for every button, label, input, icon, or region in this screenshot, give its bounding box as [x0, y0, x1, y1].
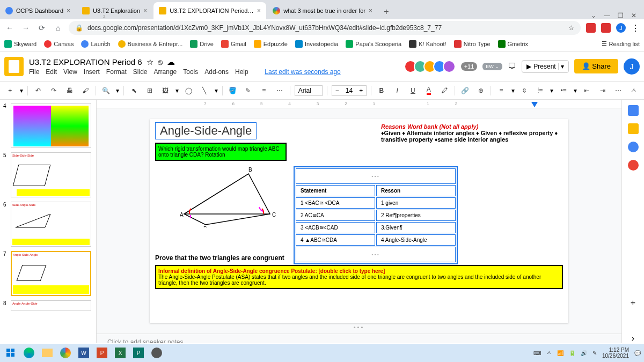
menu-view[interactable]: View — [63, 68, 77, 76]
present-button[interactable]: ▶ Present ▾ — [522, 60, 568, 73]
bookmark[interactable]: Papa's Scooperia — [346, 40, 401, 48]
link-button[interactable]: 🔗 — [459, 85, 471, 97]
slide[interactable]: Angle-Side-Angle Which rigid transformat… — [150, 119, 568, 323]
start-button[interactable] — [3, 345, 18, 360]
proof-table[interactable]: ⋯ StatementResson 1 <BAC≅ <DCA1 given 2 … — [294, 166, 458, 264]
tray-chevron-icon[interactable]: ㅅ — [546, 349, 552, 357]
align-button[interactable]: ≡ — [495, 85, 507, 97]
slide-thumbnail-active[interactable]: Angle-Side-Angle — [11, 251, 91, 296]
undo-button[interactable]: ↶ — [32, 85, 43, 97]
browser-tab[interactable]: U3.T2 Exploration× — [77, 2, 152, 19]
chevron-down-icon[interactable]: ⌄ — [591, 12, 596, 19]
slide-thumbnail[interactable]: Side-Angle-Side — [11, 202, 91, 247]
paint-format-button[interactable]: 🖌 — [79, 85, 91, 97]
menu-slide[interactable]: Slide — [133, 68, 148, 76]
border-color-button[interactable]: ✎ — [243, 85, 254, 97]
menu-edit[interactable]: Edit — [46, 68, 57, 76]
bookmark[interactable]: Canvas — [44, 40, 74, 48]
close-icon[interactable]: × — [369, 7, 372, 14]
bookmark[interactable]: Investopedia — [295, 40, 338, 48]
comment-button[interactable]: ⊕ — [475, 85, 486, 97]
bookmark[interactable]: Nitro Type — [454, 40, 491, 48]
collaborator-avatars[interactable] — [407, 60, 456, 73]
publisher-icon[interactable]: P — [131, 345, 146, 360]
new-slide-button[interactable]: + — [4, 85, 16, 97]
minimize-icon[interactable]: — — [604, 12, 610, 19]
menu-tools[interactable]: Tools — [183, 68, 198, 76]
border-dash-button[interactable]: ⋯ — [274, 85, 285, 97]
browser-tab-active[interactable]: U3.T2 EXPLORATION Period 6 - G× — [153, 2, 266, 19]
maximize-icon[interactable]: ❐ — [618, 12, 624, 19]
back-button[interactable]: ← — [4, 24, 15, 32]
calendar-icon[interactable] — [628, 105, 639, 116]
tray-wifi-icon[interactable]: 📶 — [557, 350, 564, 356]
home-button[interactable]: ⌂ — [53, 24, 63, 32]
highlight-button[interactable]: 🖍 — [438, 85, 450, 97]
account-avatar[interactable]: J — [624, 58, 640, 75]
extension-icon[interactable] — [586, 23, 596, 33]
app-icon[interactable] — [149, 345, 164, 360]
comments-icon[interactable]: 🗨 — [508, 62, 516, 71]
menu-help[interactable]: Help — [235, 68, 248, 76]
more-button[interactable]: ⋯ — [612, 85, 624, 97]
line-spacing-button[interactable]: ⇳ — [519, 85, 530, 97]
indent-more-button[interactable]: ⇥ — [597, 85, 608, 97]
collapse-toolbar-button[interactable]: ㅅ — [628, 85, 640, 97]
chrome-icon[interactable] — [58, 345, 73, 360]
informal-definition-box[interactable]: Informal definition of Angle-Side-Angle … — [155, 265, 563, 289]
star-icon[interactable]: ☆ — [568, 24, 574, 32]
star-icon[interactable]: ☆ — [147, 57, 153, 67]
close-icon[interactable]: × — [257, 7, 261, 14]
line-tool[interactable]: ╲ — [199, 85, 210, 97]
reload-button[interactable]: ⟳ — [36, 24, 47, 32]
close-icon[interactable]: ✕ — [631, 12, 636, 19]
bold-button[interactable]: B — [376, 85, 387, 97]
indent-less-button[interactable]: ⇤ — [581, 85, 592, 97]
menu-addons[interactable]: Add-ons — [204, 68, 229, 76]
edge-icon[interactable] — [21, 345, 36, 360]
more-collaborators[interactable]: +11 — [461, 62, 478, 71]
bulleted-list-button[interactable]: •≡ — [558, 85, 569, 97]
browser-tab[interactable]: OCPS Dashboard× — [0, 2, 76, 19]
url-input[interactable]: 🔒docs.google.com/presentation/d/1XcZvm0_… — [69, 21, 581, 35]
move-icon[interactable]: ⎋ — [158, 57, 163, 67]
image-tool[interactable]: 🖼 — [160, 85, 171, 97]
menu-file[interactable]: File — [29, 68, 39, 76]
text-color-button[interactable]: A — [423, 85, 434, 97]
close-icon[interactable]: × — [67, 7, 70, 14]
slides-logo-icon[interactable] — [4, 57, 24, 76]
tray-battery-icon[interactable]: 🔋 — [569, 350, 575, 356]
border-weight-button[interactable]: ≡ — [258, 85, 269, 97]
bookmark[interactable]: Skyward — [4, 40, 36, 48]
ruler-indent-marker[interactable] — [531, 102, 538, 107]
underline-button[interactable]: U — [407, 85, 419, 97]
add-panel-button[interactable]: + — [631, 298, 635, 308]
bookmark[interactable]: Business & Entrepr... — [118, 40, 183, 48]
tray-volume-icon[interactable]: 🔊 — [581, 350, 587, 356]
tray-pen-icon[interactable]: ✎ — [592, 350, 597, 356]
slide-title-textbox[interactable]: Angle-Side-Angle — [155, 122, 257, 139]
new-tab-button[interactable]: + — [379, 4, 394, 19]
close-icon[interactable]: × — [143, 7, 147, 14]
menu-insert[interactable]: Insert — [84, 68, 100, 76]
shape-tool[interactable]: ◯ — [183, 85, 194, 97]
doc-title[interactable]: U3.T2 EXPLORATION Period 6 — [29, 57, 142, 67]
print-button[interactable]: 🖶 — [64, 85, 75, 97]
bookmark[interactable]: Gmail — [221, 40, 246, 48]
font-select[interactable]: Arial — [295, 85, 323, 96]
redo-button[interactable]: ↷ — [48, 85, 60, 97]
reading-list-button[interactable]: ☰ Reading list — [602, 40, 640, 47]
powerpoint-icon[interactable]: P — [94, 345, 109, 360]
fill-color-button[interactable]: 🪣 — [226, 85, 238, 97]
contacts-icon[interactable] — [628, 160, 639, 171]
tray-keyboard-icon[interactable]: ⌨ — [533, 350, 541, 356]
italic-button[interactable]: I — [391, 85, 402, 97]
speaker-notes[interactable]: Click to add speaker notes — [97, 334, 621, 343]
collapse-panel-button[interactable]: › — [632, 334, 634, 343]
file-explorer-icon[interactable] — [40, 345, 55, 360]
keep-icon[interactable] — [628, 123, 639, 134]
menu-arrange[interactable]: Arrange — [154, 68, 177, 76]
tasks-icon[interactable] — [628, 142, 639, 152]
last-edit-link[interactable]: Last edit was seconds ago — [265, 68, 340, 76]
excel-icon[interactable]: X — [113, 345, 128, 360]
